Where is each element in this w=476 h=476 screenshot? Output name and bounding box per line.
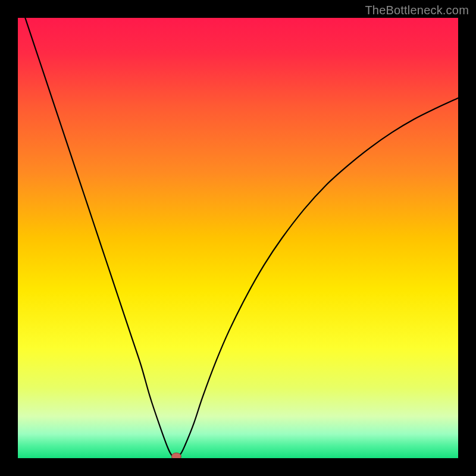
chart-frame: TheBottleneck.com [0,0,476,476]
attribution-text: TheBottleneck.com [365,4,469,17]
chart-svg [18,18,458,458]
minimum-marker [171,453,181,458]
plot-area [18,18,458,458]
gradient-background [18,18,458,458]
